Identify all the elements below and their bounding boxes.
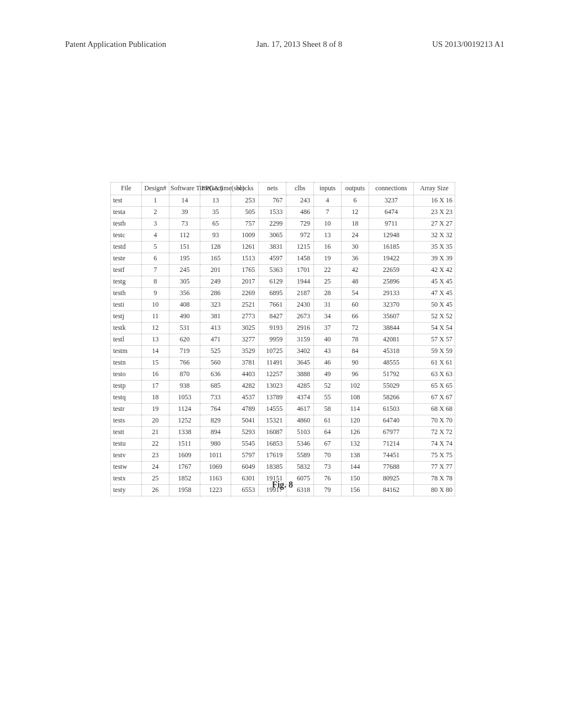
cell-blocks: 4282	[231, 380, 259, 392]
cell-nets: 8427	[259, 311, 286, 322]
col-array: Array Size	[414, 183, 455, 195]
cell-nets: 13789	[259, 392, 286, 403]
cell-outputs: 66	[342, 311, 369, 322]
results-table: File Design# Software Time(sec) FPGA tim…	[110, 182, 455, 496]
cell-design: 22	[142, 438, 169, 449]
cell-blocks: 3277	[231, 334, 259, 345]
cell-file: testj	[111, 311, 142, 322]
cell-file: testc	[111, 229, 142, 241]
cell-clbs: 3645	[286, 357, 314, 368]
cell-file: test	[111, 195, 142, 206]
cell-sw: 1767	[169, 461, 200, 473]
cell-fpga: 249	[200, 276, 231, 287]
cell-design: 12	[142, 322, 169, 334]
table-row: testn15766560378111491364546904855561 X …	[111, 357, 455, 368]
cell-inputs: 43	[314, 345, 342, 357]
cell-nets: 17619	[259, 449, 286, 461]
cell-inputs: 4	[314, 195, 342, 206]
cell-array: 45 X 45	[414, 276, 455, 287]
cell-outputs: 144	[342, 461, 369, 473]
cell-inputs: 16	[314, 241, 342, 253]
col-conn: connections	[369, 183, 413, 195]
cell-file: testn	[111, 357, 142, 368]
cell-nets: 18385	[259, 461, 286, 473]
cell-outputs: 96	[342, 368, 369, 380]
cell-sw: 14	[169, 195, 200, 206]
table-row: testg830524920176129194425482589645 X 45	[111, 276, 455, 287]
cell-design: 13	[142, 334, 169, 345]
cell-sw: 195	[169, 253, 200, 264]
cell-array: 61 X 61	[414, 357, 455, 368]
cell-fpga: 65	[200, 218, 231, 229]
cell-inputs: 67	[314, 438, 342, 449]
cell-conn: 48555	[369, 357, 413, 368]
cell-blocks: 3025	[231, 322, 259, 334]
cell-design: 16	[142, 368, 169, 380]
cell-design: 23	[142, 449, 169, 461]
cell-clbs: 5346	[286, 438, 314, 449]
cell-clbs: 1944	[286, 276, 314, 287]
cell-design: 9	[142, 287, 169, 299]
cell-clbs: 2673	[286, 311, 314, 322]
cell-conn: 12948	[369, 229, 413, 241]
cell-blocks: 5041	[231, 415, 259, 426]
table-row: testi1040832325217661243031603237050 X 4…	[111, 299, 455, 311]
cell-file: testu	[111, 438, 142, 449]
cell-sw: 151	[169, 241, 200, 253]
cell-file: testb	[111, 218, 142, 229]
cell-conn: 45318	[369, 345, 413, 357]
cell-sw: 620	[169, 334, 200, 345]
cell-array: 32 X 32	[414, 229, 455, 241]
cell-inputs: 70	[314, 449, 342, 461]
cell-inputs: 58	[314, 403, 342, 415]
cell-file: testo	[111, 368, 142, 380]
cell-inputs: 64	[314, 426, 342, 438]
col-design: Design#	[142, 183, 169, 195]
cell-conn: 71214	[369, 438, 413, 449]
cell-outputs: 72	[342, 322, 369, 334]
cell-nets: 4597	[259, 253, 286, 264]
cell-file: testr	[111, 403, 142, 415]
cell-nets: 14555	[259, 403, 286, 415]
results-table-wrap: File Design# Software Time(sec) FPGA tim…	[110, 182, 455, 496]
cell-blocks: 1513	[231, 253, 259, 264]
figure-caption: Fig. 8	[0, 480, 565, 490]
cell-clbs: 5589	[286, 449, 314, 461]
cell-sw: 305	[169, 276, 200, 287]
cell-nets: 15321	[259, 415, 286, 426]
cell-file: testw	[111, 461, 142, 473]
cell-outputs: 6	[342, 195, 369, 206]
cell-blocks: 757	[231, 218, 259, 229]
cell-sw: 1252	[169, 415, 200, 426]
cell-fpga: 201	[200, 264, 231, 276]
table-row: tests2012528295041153214860611206474070 …	[111, 415, 455, 426]
table-row: testb3736575722997291018971127 X 27	[111, 218, 455, 229]
cell-design: 10	[142, 299, 169, 311]
cell-outputs: 54	[342, 287, 369, 299]
cell-array: 52 X 52	[414, 311, 455, 322]
cell-outputs: 78	[342, 334, 369, 345]
cell-design: 2	[142, 206, 169, 218]
cell-array: 68 X 68	[414, 403, 455, 415]
cell-array: 42 X 42	[414, 264, 455, 276]
cell-blocks: 2269	[231, 287, 259, 299]
cell-clbs: 5832	[286, 461, 314, 473]
cell-clbs: 1458	[286, 253, 314, 264]
cell-clbs: 243	[286, 195, 314, 206]
table-row: testd515112812613831121516301618535 X 35	[111, 241, 455, 253]
cell-fpga: 471	[200, 334, 231, 345]
cell-blocks: 4403	[231, 368, 259, 380]
cell-array: 54 X 54	[414, 322, 455, 334]
cell-inputs: 40	[314, 334, 342, 345]
cell-array: 75 X 75	[414, 449, 455, 461]
cell-clbs: 486	[286, 206, 314, 218]
cell-sw: 1053	[169, 392, 200, 403]
cell-nets: 16087	[259, 426, 286, 438]
cell-blocks: 3529	[231, 345, 259, 357]
cell-outputs: 36	[342, 253, 369, 264]
cell-file: testd	[111, 241, 142, 253]
cell-nets: 11491	[259, 357, 286, 368]
cell-inputs: 22	[314, 264, 342, 276]
cell-blocks: 505	[231, 206, 259, 218]
table-row: testc4112931009306597213241294832 X 32	[111, 229, 455, 241]
